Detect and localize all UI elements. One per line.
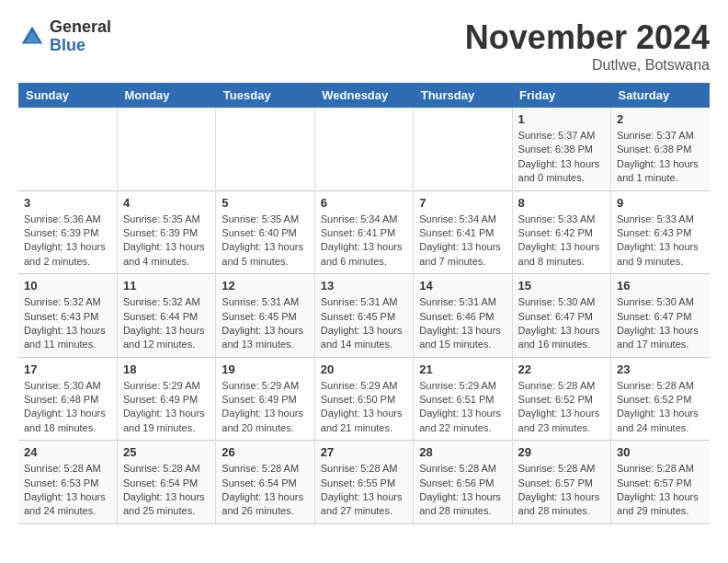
- calendar-cell: 8Sunrise: 5:33 AMSunset: 6:42 PMDaylight…: [512, 190, 610, 274]
- day-number: 30: [617, 445, 704, 459]
- day-number: 20: [321, 362, 407, 376]
- day-info: Sunrise: 5:31 AMSunset: 6:45 PMDaylight:…: [222, 295, 308, 352]
- day-info: Sunrise: 5:33 AMSunset: 6:43 PMDaylight:…: [617, 213, 704, 270]
- calendar-cell: 6Sunrise: 5:34 AMSunset: 6:41 PMDaylight…: [314, 190, 413, 274]
- day-info: Sunrise: 5:32 AMSunset: 6:44 PMDaylight:…: [123, 295, 210, 352]
- calendar-cell: 23Sunrise: 5:28 AMSunset: 6:52 PMDayligh…: [611, 357, 710, 441]
- calendar-cell: 11Sunrise: 5:32 AMSunset: 6:44 PMDayligh…: [117, 274, 215, 358]
- weekday-header-wednesday: Wednesday: [314, 83, 413, 108]
- calendar-cell: 13Sunrise: 5:31 AMSunset: 6:45 PMDayligh…: [314, 274, 413, 358]
- calendar-cell: 16Sunrise: 5:30 AMSunset: 6:47 PMDayligh…: [611, 274, 710, 358]
- day-info: Sunrise: 5:32 AMSunset: 6:43 PMDaylight:…: [24, 295, 111, 352]
- day-info: Sunrise: 5:28 AMSunset: 6:52 PMDaylight:…: [617, 379, 704, 436]
- calendar-cell: [314, 108, 413, 190]
- logo-blue-text: Blue: [50, 37, 111, 55]
- weekday-header-sunday: Sunday: [18, 83, 117, 108]
- weekday-header-saturday: Saturday: [611, 83, 710, 108]
- day-info: Sunrise: 5:28 AMSunset: 6:54 PMDaylight:…: [222, 462, 308, 519]
- day-number: 29: [518, 445, 605, 459]
- day-number: 7: [419, 196, 506, 210]
- day-info: Sunrise: 5:28 AMSunset: 6:55 PMDaylight:…: [321, 462, 407, 519]
- weekday-header-monday: Monday: [117, 83, 215, 108]
- calendar-cell: 3Sunrise: 5:36 AMSunset: 6:39 PMDaylight…: [18, 190, 117, 274]
- weekday-header-friday: Friday: [512, 83, 610, 108]
- calendar-table: SundayMondayTuesdayWednesdayThursdayFrid…: [18, 83, 710, 524]
- day-info: Sunrise: 5:30 AMSunset: 6:48 PMDaylight:…: [24, 379, 111, 436]
- location: Dutlwe, Botswana: [465, 57, 710, 74]
- week-row-1: 1Sunrise: 5:37 AMSunset: 6:38 PMDaylight…: [18, 108, 710, 190]
- day-number: 1: [518, 112, 605, 126]
- week-row-2: 3Sunrise: 5:36 AMSunset: 6:39 PMDaylight…: [18, 190, 710, 274]
- day-number: 24: [24, 445, 111, 459]
- calendar-cell: 30Sunrise: 5:28 AMSunset: 6:57 PMDayligh…: [611, 441, 710, 524]
- day-info: Sunrise: 5:35 AMSunset: 6:39 PMDaylight:…: [123, 213, 210, 270]
- day-number: 26: [222, 445, 308, 459]
- day-number: 13: [321, 279, 407, 293]
- calendar-cell: 27Sunrise: 5:28 AMSunset: 6:55 PMDayligh…: [314, 441, 413, 524]
- calendar-cell: 10Sunrise: 5:32 AMSunset: 6:43 PMDayligh…: [18, 274, 117, 358]
- day-info: Sunrise: 5:28 AMSunset: 6:53 PMDaylight:…: [24, 462, 111, 519]
- logo-icon: [18, 23, 46, 51]
- calendar-cell: 28Sunrise: 5:28 AMSunset: 6:56 PMDayligh…: [414, 441, 512, 524]
- day-number: 17: [24, 362, 111, 376]
- calendar-cell: 25Sunrise: 5:28 AMSunset: 6:54 PMDayligh…: [117, 441, 215, 524]
- day-number: 25: [123, 445, 210, 459]
- calendar-cell: 9Sunrise: 5:33 AMSunset: 6:43 PMDaylight…: [611, 190, 710, 274]
- day-number: 9: [617, 196, 704, 210]
- day-info: Sunrise: 5:30 AMSunset: 6:47 PMDaylight:…: [617, 295, 704, 352]
- calendar-cell: [18, 108, 117, 190]
- day-number: 15: [518, 279, 605, 293]
- day-info: Sunrise: 5:30 AMSunset: 6:47 PMDaylight:…: [518, 295, 605, 352]
- day-info: Sunrise: 5:28 AMSunset: 6:54 PMDaylight:…: [123, 462, 210, 519]
- calendar-cell: 7Sunrise: 5:34 AMSunset: 6:41 PMDaylight…: [414, 190, 512, 274]
- calendar-cell: 26Sunrise: 5:28 AMSunset: 6:54 PMDayligh…: [216, 441, 314, 524]
- day-info: Sunrise: 5:36 AMSunset: 6:39 PMDaylight:…: [24, 213, 111, 270]
- day-number: 19: [222, 362, 308, 376]
- logo: General Blue: [18, 18, 111, 55]
- day-info: Sunrise: 5:37 AMSunset: 6:38 PMDaylight:…: [518, 129, 605, 186]
- day-number: 6: [321, 196, 407, 210]
- day-number: 8: [518, 196, 605, 210]
- day-number: 27: [321, 445, 407, 459]
- calendar-cell: 22Sunrise: 5:28 AMSunset: 6:52 PMDayligh…: [512, 357, 610, 441]
- day-number: 21: [419, 362, 506, 376]
- day-number: 10: [24, 279, 111, 293]
- day-info: Sunrise: 5:31 AMSunset: 6:45 PMDaylight:…: [321, 295, 407, 352]
- calendar-cell: 2Sunrise: 5:37 AMSunset: 6:38 PMDaylight…: [611, 108, 710, 190]
- day-info: Sunrise: 5:28 AMSunset: 6:57 PMDaylight:…: [617, 462, 704, 519]
- week-row-4: 17Sunrise: 5:30 AMSunset: 6:48 PMDayligh…: [18, 357, 710, 441]
- calendar-cell: 1Sunrise: 5:37 AMSunset: 6:38 PMDaylight…: [512, 108, 610, 190]
- day-info: Sunrise: 5:28 AMSunset: 6:56 PMDaylight:…: [419, 462, 506, 519]
- day-info: Sunrise: 5:29 AMSunset: 6:49 PMDaylight:…: [123, 379, 210, 436]
- day-info: Sunrise: 5:29 AMSunset: 6:50 PMDaylight:…: [321, 379, 407, 436]
- month-title: November 2024: [465, 18, 710, 57]
- day-info: Sunrise: 5:34 AMSunset: 6:41 PMDaylight:…: [419, 213, 506, 270]
- calendar-cell: 18Sunrise: 5:29 AMSunset: 6:49 PMDayligh…: [117, 357, 215, 441]
- calendar-cell: [117, 108, 215, 190]
- day-info: Sunrise: 5:28 AMSunset: 6:52 PMDaylight:…: [518, 379, 605, 436]
- logo-general-text: General: [50, 18, 111, 37]
- day-info: Sunrise: 5:31 AMSunset: 6:46 PMDaylight:…: [419, 295, 506, 352]
- day-info: Sunrise: 5:35 AMSunset: 6:40 PMDaylight:…: [222, 213, 308, 270]
- day-number: 28: [419, 445, 506, 459]
- calendar-cell: 29Sunrise: 5:28 AMSunset: 6:57 PMDayligh…: [512, 441, 610, 524]
- calendar-cell: 19Sunrise: 5:29 AMSunset: 6:49 PMDayligh…: [216, 357, 314, 441]
- day-info: Sunrise: 5:29 AMSunset: 6:49 PMDaylight:…: [222, 379, 308, 436]
- weekday-header-row: SundayMondayTuesdayWednesdayThursdayFrid…: [18, 83, 710, 108]
- day-number: 4: [123, 196, 210, 210]
- calendar-cell: [216, 108, 314, 190]
- day-number: 14: [419, 279, 506, 293]
- day-info: Sunrise: 5:29 AMSunset: 6:51 PMDaylight:…: [419, 379, 506, 436]
- calendar-cell: 12Sunrise: 5:31 AMSunset: 6:45 PMDayligh…: [216, 274, 314, 358]
- week-row-5: 24Sunrise: 5:28 AMSunset: 6:53 PMDayligh…: [18, 441, 710, 524]
- day-info: Sunrise: 5:33 AMSunset: 6:42 PMDaylight:…: [518, 213, 605, 270]
- calendar-cell: 15Sunrise: 5:30 AMSunset: 6:47 PMDayligh…: [512, 274, 610, 358]
- day-number: 5: [222, 196, 308, 210]
- calendar-cell: [414, 108, 512, 190]
- day-info: Sunrise: 5:28 AMSunset: 6:57 PMDaylight:…: [518, 462, 605, 519]
- day-number: 12: [222, 279, 308, 293]
- day-number: 18: [123, 362, 210, 376]
- calendar-cell: 24Sunrise: 5:28 AMSunset: 6:53 PMDayligh…: [18, 441, 117, 524]
- day-number: 3: [24, 196, 111, 210]
- calendar-cell: 14Sunrise: 5:31 AMSunset: 6:46 PMDayligh…: [414, 274, 512, 358]
